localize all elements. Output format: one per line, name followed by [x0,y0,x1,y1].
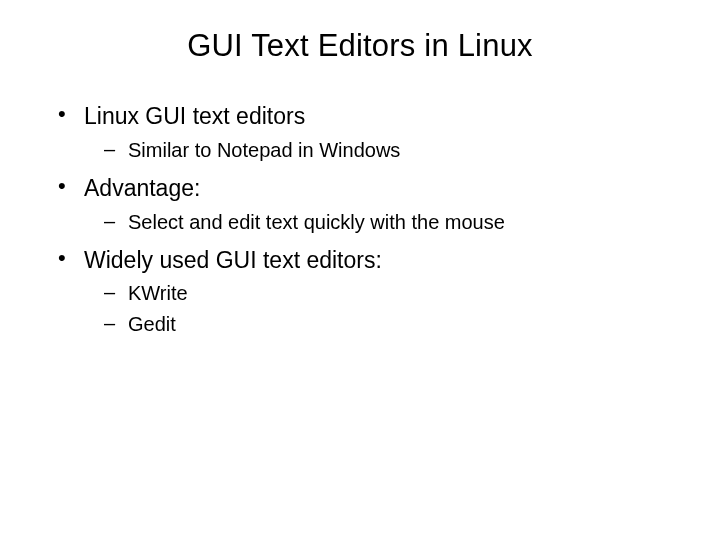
list-item: Advantage: Select and edit text quickly … [40,174,680,236]
sub-bullet-text: KWrite [128,282,188,304]
bullet-text: Advantage: [84,175,200,201]
sub-list: KWrite Gedit [84,280,680,338]
bullet-list: Linux GUI text editors Similar to Notepa… [40,102,680,338]
bullet-text: Widely used GUI text editors: [84,247,382,273]
sub-list-item: Similar to Notepad in Windows [84,137,680,164]
sub-bullet-text: Select and edit text quickly with the mo… [128,211,505,233]
sub-list-item: Gedit [84,311,680,338]
sub-list: Similar to Notepad in Windows [84,137,680,164]
slide: GUI Text Editors in Linux Linux GUI text… [0,0,720,540]
sub-list-item: Select and edit text quickly with the mo… [84,209,680,236]
list-item: Widely used GUI text editors: KWrite Ged… [40,246,680,339]
sub-bullet-text: Similar to Notepad in Windows [128,139,400,161]
sub-list: Select and edit text quickly with the mo… [84,209,680,236]
sub-bullet-text: Gedit [128,313,176,335]
slide-title: GUI Text Editors in Linux [40,28,680,64]
sub-list-item: KWrite [84,280,680,307]
list-item: Linux GUI text editors Similar to Notepa… [40,102,680,164]
bullet-text: Linux GUI text editors [84,103,305,129]
